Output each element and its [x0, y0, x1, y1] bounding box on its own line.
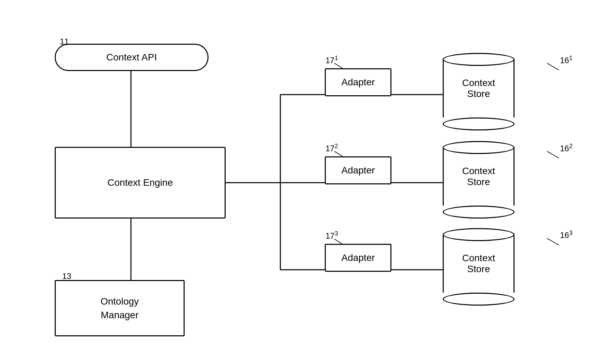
- ref-label-16-1: 161: [560, 55, 573, 65]
- ref-label-16-2: 162: [560, 143, 573, 153]
- ontology-manager-node: OntologyManager: [55, 280, 185, 336]
- svg-line-17: [547, 63, 559, 70]
- cyl1-bottom: [443, 117, 515, 130]
- cyl1-top: [443, 53, 515, 66]
- context-store2-node: ContextStore: [443, 141, 515, 219]
- ref-label-17-2: 172: [325, 143, 338, 153]
- adapter2-node: Adapter: [325, 156, 391, 184]
- context-api-node: Context API: [55, 44, 209, 71]
- cyl2-body: ContextStore: [443, 148, 515, 206]
- context-store1-node: ContextStore: [443, 53, 515, 130]
- cyl3-label: ContextStore: [462, 249, 495, 278]
- context-engine-node: Context Engine: [55, 147, 226, 219]
- cyl2-bottom: [443, 206, 515, 219]
- adapter1-node: Adapter: [325, 68, 391, 96]
- ref-label-13: 13: [62, 271, 71, 281]
- svg-line-18: [547, 151, 559, 158]
- ref-label-17-1: 171: [325, 55, 338, 65]
- cyl2-top: [443, 141, 515, 154]
- ref-label-16-3: 163: [560, 229, 573, 240]
- ref-label-17-3: 173: [325, 230, 338, 241]
- adapter3-node: Adapter: [325, 244, 391, 272]
- cyl2-label: ContextStore: [462, 162, 495, 191]
- cyl1-body: ContextStore: [443, 59, 515, 117]
- svg-line-19: [547, 238, 559, 245]
- cyl1-label: ContextStore: [462, 74, 495, 103]
- cyl3-bottom: [443, 293, 515, 306]
- cyl3-body: ContextStore: [443, 235, 515, 293]
- cyl3-top: [443, 228, 515, 241]
- diagram-container: 11 Context API 10 Context Engine 13 Onto…: [0, 0, 601, 364]
- context-store3-node: ContextStore: [443, 228, 515, 306]
